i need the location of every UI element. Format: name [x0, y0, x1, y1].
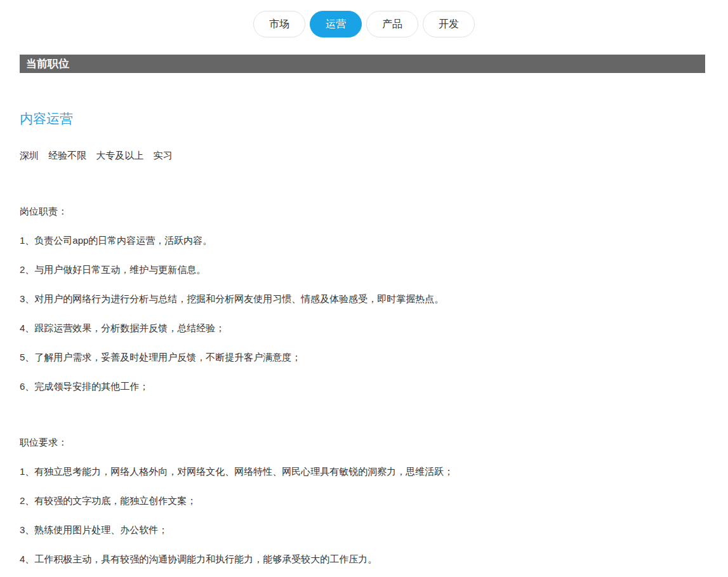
responsibilities-list: 1、负责公司app的日常内容运营，活跃内容。 2、与用户做好日常互动，维护与更新…: [20, 234, 705, 394]
list-item: 6、完成领导安排的其他工作；: [20, 380, 705, 394]
responsibilities-label: 岗位职责：: [20, 204, 705, 218]
list-item: 3、熟练使用图片处理、办公软件；: [20, 523, 705, 537]
job-meta: 深圳 经验不限 大专及以上 实习: [20, 149, 705, 162]
list-item: 4、跟踪运营效果，分析数据并反馈，总结经验；: [20, 321, 705, 335]
list-item: 2、有较强的文字功底，能独立创作文案；: [20, 494, 705, 508]
tab[interactable]: 市场: [253, 11, 305, 37]
current-position-header-label: 当前职位: [26, 58, 69, 70]
tab[interactable]: 运营: [310, 11, 362, 37]
current-position-header: 当前职位: [20, 55, 705, 73]
category-tabs: 市场 运营 产品 开发: [0, 0, 728, 37]
list-item: 4、工作积极主动，具有较强的沟通协调能力和执行能力，能够承受较大的工作压力。: [20, 552, 705, 566]
meta-item: 实习: [154, 150, 173, 161]
meta-item: 经验不限: [48, 150, 86, 161]
list-item: 1、有独立思考能力，网络人格外向，对网络文化、网络特性、网民心理具有敏锐的洞察力…: [20, 465, 705, 479]
list-item: 3、对用户的网络行为进行分析与总结，挖掘和分析网友使用习惯、情感及体验感受，即时…: [20, 292, 705, 306]
requirements-label: 职位要求：: [20, 435, 705, 449]
tab[interactable]: 开发: [423, 11, 475, 37]
tab[interactable]: 产品: [366, 11, 418, 37]
meta-item: 大专及以上: [96, 150, 143, 161]
meta-item: 深圳: [20, 150, 39, 161]
list-item: 2、与用户做好日常互动，维护与更新信息。: [20, 263, 705, 277]
job-title: 内容运营: [20, 109, 705, 128]
list-item: 5、了解用户需求，妥善及时处理用户反馈，不断提升客户满意度；: [20, 350, 705, 364]
job-detail: 内容运营 深圳 经验不限 大专及以上 实习 岗位职责： 1、负责公司app的日常…: [20, 109, 705, 566]
requirements-list: 1、有独立思考能力，网络人格外向，对网络文化、网络特性、网民心理具有敏锐的洞察力…: [20, 465, 705, 566]
list-item: 1、负责公司app的日常内容运营，活跃内容。: [20, 234, 705, 248]
